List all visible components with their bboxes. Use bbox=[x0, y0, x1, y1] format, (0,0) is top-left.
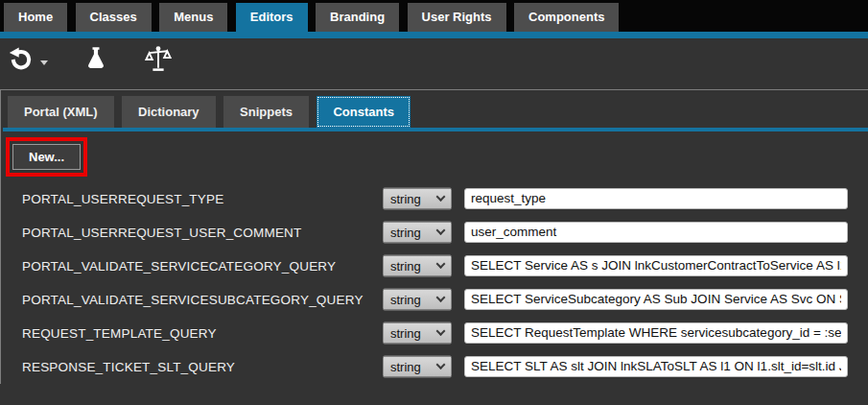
topnav-accent-bar bbox=[0, 32, 868, 38]
tab-snippets[interactable]: Snippets bbox=[223, 96, 309, 128]
type-select-value: string bbox=[390, 258, 421, 273]
constant-value-input[interactable] bbox=[464, 255, 848, 276]
tab-classes[interactable]: Classes bbox=[76, 3, 152, 32]
tab-menus[interactable]: Menus bbox=[159, 3, 227, 32]
type-select[interactable]: string bbox=[383, 254, 452, 276]
constant-row: RESPONSE_TICKET_SLT_QUERY string bbox=[1, 349, 868, 383]
new-button[interactable]: New... bbox=[12, 144, 81, 170]
type-select[interactable]: string bbox=[383, 355, 452, 377]
type-select-value: string bbox=[390, 359, 421, 373]
constants-list: PORTAL_USERREQUEST_TYPE string PORTAL_US… bbox=[1, 181, 868, 383]
tab-branding[interactable]: Branding bbox=[316, 3, 399, 32]
chevron-down-icon bbox=[436, 192, 446, 202]
type-select[interactable]: string bbox=[383, 187, 452, 209]
tab-home[interactable]: Home bbox=[4, 3, 67, 32]
constant-name-label: PORTAL_VALIDATE_SERVICESUBCATEGORY_QUERY bbox=[22, 292, 364, 306]
type-select[interactable]: string bbox=[383, 288, 452, 310]
constant-row: PORTAL_USERREQUEST_TYPE string bbox=[1, 181, 868, 215]
chevron-down-icon bbox=[436, 326, 446, 336]
constant-row: PORTAL_VALIDATE_SERVICECATEGORY_QUERY st… bbox=[1, 249, 868, 282]
constant-value-input[interactable] bbox=[464, 222, 848, 243]
constant-row: PORTAL_USERREQUEST_USER_COMMENT string bbox=[1, 215, 868, 249]
constant-value-input[interactable] bbox=[464, 356, 848, 377]
top-navigation: Home Classes Menus Editors Branding User… bbox=[0, 0, 868, 32]
chevron-down-icon bbox=[436, 226, 446, 235]
constant-name-label: PORTAL_USERREQUEST_USER_COMMENT bbox=[22, 225, 302, 239]
editor-tabbar-accent-bar bbox=[3, 128, 868, 131]
scales-icon bbox=[144, 45, 173, 74]
constant-name-label: RESPONSE_TICKET_SLT_QUERY bbox=[22, 359, 235, 373]
chevron-down-icon bbox=[436, 293, 446, 302]
constant-row: PORTAL_VALIDATE_SERVICESUBCATEGORY_QUERY… bbox=[1, 282, 868, 316]
tab-user-rights[interactable]: User Rights bbox=[408, 3, 506, 32]
chevron-down-icon bbox=[436, 259, 446, 269]
undo-dropdown-caret-icon[interactable] bbox=[40, 60, 48, 65]
constant-value-input[interactable] bbox=[464, 188, 848, 209]
chevron-down-icon bbox=[436, 360, 446, 369]
tab-constants[interactable]: Constants bbox=[317, 96, 411, 128]
designer-window: Home Classes Menus Editors Branding User… bbox=[0, 0, 868, 405]
editor-panel: Portal (XML) Dictionary Snippets Constan… bbox=[0, 89, 868, 384]
undo-icon bbox=[8, 45, 35, 72]
red-highlight-annotation: New... bbox=[6, 137, 87, 177]
undo-button[interactable] bbox=[8, 45, 48, 72]
type-select-value: string bbox=[390, 292, 421, 306]
constant-name-label: REQUEST_TEMPLATE_QUERY bbox=[22, 325, 217, 340]
compare-scales-button[interactable] bbox=[144, 45, 173, 74]
tab-dictionary[interactable]: Dictionary bbox=[122, 96, 216, 128]
type-select-value: string bbox=[390, 325, 421, 340]
constant-name-label: PORTAL_USERREQUEST_TYPE bbox=[22, 191, 223, 205]
constant-row: REQUEST_TEMPLATE_QUERY string bbox=[1, 316, 868, 349]
constant-name-label: PORTAL_VALIDATE_SERVICECATEGORY_QUERY bbox=[22, 258, 336, 273]
type-select[interactable]: string bbox=[383, 221, 452, 243]
test-flask-button[interactable] bbox=[82, 45, 109, 72]
constant-value-input[interactable] bbox=[464, 322, 848, 344]
new-constant-area: New... bbox=[6, 137, 868, 177]
editor-tabbar: Portal (XML) Dictionary Snippets Constan… bbox=[1, 90, 868, 128]
toolbar bbox=[0, 38, 868, 89]
type-select-value: string bbox=[390, 225, 421, 239]
type-select[interactable]: string bbox=[383, 322, 452, 344]
tab-portal-xml[interactable]: Portal (XML) bbox=[8, 96, 114, 128]
flask-icon bbox=[82, 45, 109, 72]
type-select-value: string bbox=[390, 191, 421, 205]
tab-editors[interactable]: Editors bbox=[236, 3, 308, 38]
tab-components[interactable]: Components bbox=[514, 3, 619, 32]
constant-value-input[interactable] bbox=[464, 289, 848, 310]
